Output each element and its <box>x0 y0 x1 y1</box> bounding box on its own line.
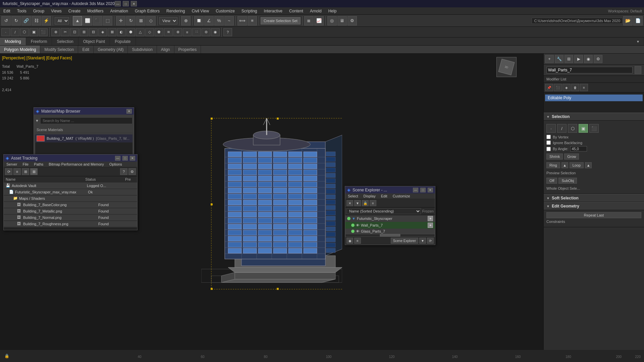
vertex-select-btn[interactable]: · <box>546 124 556 133</box>
asset-row-max[interactable]: 📄 Futuristic_Skyscraper_max_vray.max Ok <box>4 189 137 195</box>
curve-editor-button[interactable]: 📈 <box>314 16 324 25</box>
ignore-backfacing-checkbox[interactable] <box>546 140 551 145</box>
se-scrollbar-right[interactable] <box>400 234 435 237</box>
make-unique-btn[interactable]: ◈ <box>562 84 571 91</box>
se-menu-select[interactable]: Select <box>345 193 361 199</box>
menu-content[interactable]: Content <box>286 8 307 14</box>
edit-geometry-header[interactable]: Edit Geometry <box>544 202 644 210</box>
se-search-btn[interactable]: ✕ <box>346 200 353 206</box>
tab-selection[interactable]: Selection <box>52 38 78 45</box>
menu-scripting[interactable]: Scripting <box>238 8 261 14</box>
asset-minimize-btn[interactable]: — <box>115 156 120 161</box>
se-lock-btn[interactable]: 🔒 <box>362 200 369 206</box>
render-button[interactable]: 🖥 <box>337 16 347 25</box>
ring-spinner[interactable]: ▲ <box>561 162 568 168</box>
border-select-btn[interactable]: ⬡ <box>568 124 577 133</box>
squash-button[interactable]: ◇ <box>146 16 156 25</box>
tab-geometry-all[interactable]: Geometry (All) <box>94 46 128 53</box>
configure-modifier-sets-btn[interactable]: ≡ <box>580 84 588 91</box>
poly-tool6[interactable]: ◈ <box>98 28 107 36</box>
poly-tool12[interactable]: ⬟ <box>155 28 163 36</box>
asset-row-normal[interactable]: 🖼 Building_7_Normal.png Found <box>4 215 137 221</box>
help-button[interactable]: ? <box>223 28 232 36</box>
asset-row-vault[interactable]: 💾 Autodesk Vault Logged O... <box>4 183 137 189</box>
material-item[interactable]: Building_7_MAT ( VRayMtl ) [Glass_Parts_… <box>35 134 132 142</box>
shrink-button[interactable]: Shrink <box>546 154 563 160</box>
se-scrollbar-thumb[interactable] <box>380 234 400 237</box>
material-editor-button[interactable]: ◎ <box>327 16 337 25</box>
motion-panel-btn[interactable]: ▶ <box>574 55 583 63</box>
element-select-btn[interactable]: ⬛ <box>589 124 599 133</box>
polygon-select-btn[interactable]: ▣ <box>579 124 588 133</box>
tab-properties[interactable]: Properties <box>174 46 201 53</box>
tab-freeform[interactable]: Freeform <box>26 38 52 45</box>
select-crossing-button[interactable]: ⬚ <box>103 16 112 25</box>
modify-panel-btn[interactable]: 🔧 <box>555 55 564 63</box>
edge-select-btn[interactable]: / <box>557 124 567 133</box>
repeat-last-button[interactable]: Repeat Last <box>546 212 641 218</box>
poly-tool14[interactable]: ⊗ <box>173 28 182 36</box>
menu-create[interactable]: Create <box>65 8 84 14</box>
editable-poly-modifier[interactable]: Editable Poly <box>545 95 643 101</box>
poly-tool9[interactable]: ⬢ <box>126 28 135 36</box>
se-maximize-btn[interactable]: □ <box>420 188 426 192</box>
snap-toggle-button[interactable]: 🔲 <box>194 16 204 25</box>
pin-stack-btn[interactable]: 📌 <box>545 84 553 91</box>
se-filter-btn[interactable]: ▼ <box>354 200 361 206</box>
remove-modifier-btn[interactable]: 🗑 <box>571 84 579 91</box>
se-scroll-area[interactable] <box>345 234 435 237</box>
menu-customize[interactable]: Customize <box>212 8 238 14</box>
show-end-btn[interactable]: ⬛ <box>554 84 562 91</box>
rotate-button[interactable]: ↻ <box>126 16 136 25</box>
ring-button[interactable]: Ring <box>546 162 560 168</box>
tab-extra[interactable]: ▾ <box>632 38 644 45</box>
se-explorer-label-btn[interactable]: Scene Explorer <box>391 238 418 244</box>
spinner-snap-button[interactable]: ~ <box>224 16 234 25</box>
menu-arnold[interactable]: Arnold <box>307 8 325 14</box>
time-ruler[interactable]: 40 60 80 100 120 140 160 180 200 220 <box>13 350 644 362</box>
asset-settings-btn[interactable]: ⚙ <box>128 168 136 175</box>
poly-border-button[interactable]: ⬡ <box>20 28 29 36</box>
asset-menu-file[interactable]: File <box>20 162 31 167</box>
angle-snap-button[interactable]: ∠ <box>204 16 214 25</box>
poly-tool4[interactable]: ⊞ <box>79 28 88 36</box>
subobj-button[interactable]: SubObj <box>558 178 577 184</box>
redo-button[interactable]: ↻ <box>11 16 21 25</box>
asset-refresh-btn[interactable]: ⟳ <box>5 168 12 175</box>
asset-close-btn[interactable]: ✕ <box>130 156 135 161</box>
menu-animation[interactable]: Animation <box>107 8 131 14</box>
tab-subdivision[interactable]: Subdivision <box>128 46 157 53</box>
browse-button[interactable]: 📂 <box>623 16 633 25</box>
menu-modifiers[interactable]: Modifiers <box>84 8 107 14</box>
file-open-button[interactable]: 📄 <box>633 16 643 25</box>
asset-grid-btn[interactable]: ⊞ <box>22 168 29 175</box>
poly-tool18[interactable]: ◉ <box>211 28 220 36</box>
viewport-cube[interactable]: 3D <box>496 57 517 77</box>
timeline-lock-btn[interactable]: 🔒 <box>0 350 13 362</box>
poly-face-button[interactable]: ▣ <box>30 28 38 36</box>
menu-rendering[interactable]: Rendering <box>163 8 188 14</box>
display-panel-btn[interactable]: ◉ <box>584 55 593 63</box>
poly-tool3[interactable]: ⊡ <box>70 28 79 36</box>
asset-row-metallic[interactable]: 🖼 Building_7_Metallic.png Found <box>4 208 137 215</box>
se-sort-dropdown[interactable]: Name (Sorted Descending) <box>346 208 421 214</box>
se-minimize-btn[interactable]: — <box>413 188 418 192</box>
se-close-btn[interactable]: ✕ <box>428 188 433 192</box>
se-row-glass-parts[interactable]: 👁 Glass_Parts_7 <box>345 229 435 234</box>
loop-spinner[interactable]: ▲ <box>585 162 592 168</box>
asset-row-maps[interactable]: 📁 Maps / Shaders <box>4 195 137 202</box>
create-panel-btn[interactable]: + <box>545 55 554 63</box>
asset-filter-btn[interactable]: ⊠ <box>30 168 38 175</box>
object-color-swatch[interactable] <box>635 66 641 74</box>
poly-tool11[interactable]: ◇ <box>145 28 154 36</box>
select-filter-dropdown[interactable]: All <box>55 17 69 24</box>
by-vertex-checkbox[interactable] <box>546 135 551 139</box>
link-button[interactable]: 🔗 <box>21 16 31 25</box>
poly-tool10[interactable]: △ <box>136 28 145 36</box>
menu-edit[interactable]: Edit <box>0 8 14 14</box>
se-row-skyscraper[interactable]: ▼ Futuristic_Skyscraper ✱ <box>345 215 435 222</box>
asset-row-basecolor[interactable]: 🖼 Building_7_BaseColor.png Found <box>4 202 137 208</box>
se-layers-btn[interactable]: ≡ <box>354 238 361 244</box>
menu-help[interactable]: Help <box>325 8 340 14</box>
align-button[interactable]: ≡ <box>248 16 257 25</box>
